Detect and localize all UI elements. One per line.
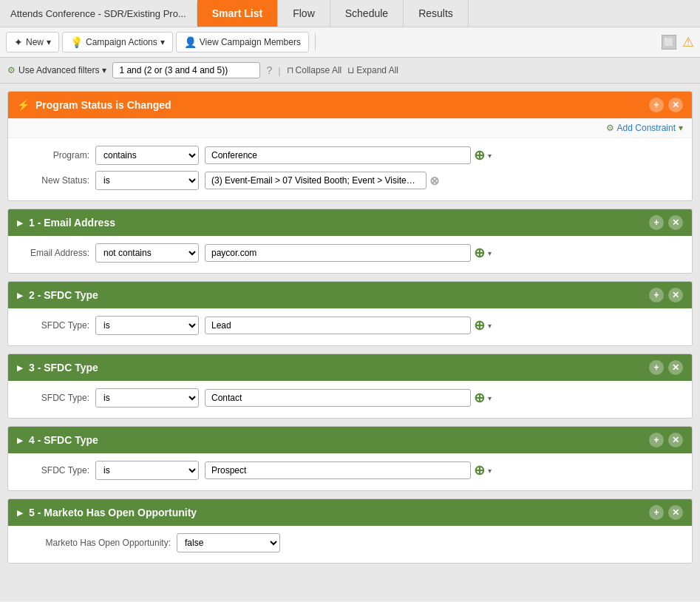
filter-separator: | bbox=[278, 65, 280, 76]
sfdc-type-3-operator-select[interactable]: is is not bbox=[95, 388, 199, 407]
filter-2-body: SFDC Type: is is not Lead ⊕ ▾ bbox=[8, 308, 692, 345]
new-status-row: New Status: is is not (3) Event-Email > … bbox=[23, 171, 677, 190]
filter-3-add-button[interactable]: + bbox=[649, 360, 664, 375]
sfdc-type-4-value-container: Prospect ⊕ ▾ bbox=[205, 461, 677, 479]
filter-4-body: SFDC Type: is is not Prospect ⊕ ▾ bbox=[8, 453, 692, 490]
new-status-remove-icon[interactable]: ⊗ bbox=[429, 174, 439, 188]
advanced-filter-dropdown-icon: ▾ bbox=[102, 65, 106, 75]
tab-flow[interactable]: Flow bbox=[278, 0, 330, 27]
filter-3-remove-button[interactable]: ✕ bbox=[668, 360, 683, 375]
sfdc-type-2-operator-select[interactable]: is is not bbox=[95, 316, 199, 335]
sfdc-type-2-value: Lead bbox=[205, 317, 471, 334]
program-row: Program: contains not contains is is not… bbox=[23, 146, 677, 165]
email-label: Email Address: bbox=[23, 248, 89, 258]
collapse-all-button[interactable]: ⊓ Collapse All bbox=[287, 65, 342, 75]
tab-results[interactable]: Results bbox=[404, 0, 469, 27]
new-status-value-container: (3) Event-Email > 07 Visited Booth; Even… bbox=[205, 172, 677, 189]
filter-4-header: ▶ 4 - SFDC Type + ✕ bbox=[8, 427, 692, 453]
filter-bar: ⚙ Use Advanced filters ▾ ? | ⊓ Collapse … bbox=[0, 58, 700, 84]
sfdc-type-2-add-icon[interactable]: ⊕ bbox=[474, 317, 485, 334]
email-add-value-icon[interactable]: ⊕ bbox=[474, 245, 485, 261]
program-status-body: Program: contains not contains is is not… bbox=[8, 138, 692, 200]
top-nav: Attends Conference - SDR/Existing Pro...… bbox=[0, 0, 700, 27]
add-constraint-button[interactable]: ⚙ Add Constraint ▾ bbox=[606, 123, 683, 133]
campaign-icon: 💡 bbox=[70, 36, 83, 48]
new-dropdown-icon: ▾ bbox=[47, 37, 51, 47]
program-status-add-button[interactable]: + bbox=[649, 98, 664, 112]
program-status-header: ⚡ Program Status is Changed + ✕ bbox=[8, 92, 692, 118]
program-status-lightning-icon: ⚡ bbox=[17, 99, 30, 111]
main-content: ⚡ Program Status is Changed + ✕ ⚙ Add Co… bbox=[0, 84, 700, 601]
filter-4-add-button[interactable]: + bbox=[649, 433, 664, 447]
sfdc-type-3-value: Contact bbox=[205, 389, 471, 407]
new-status-label: New Status: bbox=[23, 175, 89, 186]
members-icon: 👤 bbox=[184, 36, 197, 48]
sfdc-type-4-dropdown-icon[interactable]: ▾ bbox=[488, 467, 492, 475]
filter-5-body: Marketo Has Open Opportunity: true false bbox=[8, 526, 692, 563]
filter-5-header: ▶ 5 - Marketo Has Open Opportunity + ✕ bbox=[8, 499, 692, 526]
program-value-container: Conference ⊕ ▾ bbox=[205, 146, 677, 164]
sfdc-type-4-label: SFDC Type: bbox=[23, 465, 89, 476]
tab-schedule[interactable]: Schedule bbox=[330, 0, 404, 27]
warning-icon: ⚠ bbox=[682, 34, 694, 50]
filter-5-arrow-icon: ▶ bbox=[17, 509, 23, 517]
expand-all-button[interactable]: ⊔ Expand All bbox=[347, 65, 398, 75]
filter-5-remove-button[interactable]: ✕ bbox=[668, 505, 683, 520]
filter-block-4: ▶ 4 - SFDC Type + ✕ SFDC Type: is is not… bbox=[7, 426, 693, 491]
campaign-dropdown-icon: ▾ bbox=[160, 37, 165, 47]
sfdc-type-4-row: SFDC Type: is is not Prospect ⊕ ▾ bbox=[23, 461, 677, 480]
campaign-actions-button[interactable]: 💡 Campaign Actions ▾ bbox=[62, 32, 173, 53]
filter-1-arrow-icon: ▶ bbox=[17, 219, 23, 227]
filter-4-remove-button[interactable]: ✕ bbox=[668, 433, 683, 447]
window-icon[interactable]: ⬜ bbox=[662, 35, 676, 50]
email-value-dropdown-icon[interactable]: ▾ bbox=[488, 249, 492, 257]
filter-3-arrow-icon: ▶ bbox=[17, 364, 23, 372]
collapse-icon: ⊓ bbox=[287, 65, 293, 75]
add-constraint-icon: ⚙ bbox=[606, 123, 614, 133]
toolbar-separator bbox=[315, 33, 316, 51]
filter-expression-input[interactable] bbox=[112, 62, 260, 78]
sfdc-type-4-add-icon[interactable]: ⊕ bbox=[474, 462, 485, 478]
filter-1-remove-button[interactable]: ✕ bbox=[668, 215, 683, 230]
program-add-value-icon[interactable]: ⊕ bbox=[474, 147, 485, 163]
filter-2-add-button[interactable]: + bbox=[649, 288, 664, 302]
program-operator-select[interactable]: contains not contains is is not bbox=[95, 146, 199, 165]
new-button[interactable]: ✦ New ▾ bbox=[6, 32, 59, 53]
program-value: Conference bbox=[205, 146, 471, 164]
marketo-opportunity-row: Marketo Has Open Opportunity: true false bbox=[23, 533, 677, 552]
filter-2-remove-button[interactable]: ✕ bbox=[668, 288, 683, 302]
app-title: Attends Conference - SDR/Existing Pro... bbox=[0, 2, 197, 25]
advanced-filter-icon: ⚙ bbox=[7, 65, 16, 75]
marketo-opportunity-label: Marketo Has Open Opportunity: bbox=[23, 538, 171, 548]
filter-1-add-button[interactable]: + bbox=[649, 215, 664, 230]
advanced-filters-toggle[interactable]: ⚙ Use Advanced filters ▾ bbox=[7, 65, 106, 75]
tab-smart-list[interactable]: Smart List bbox=[197, 0, 278, 27]
marketo-opportunity-select[interactable]: true false bbox=[177, 533, 280, 552]
help-icon[interactable]: ? bbox=[266, 64, 272, 76]
sfdc-type-3-dropdown-icon[interactable]: ▾ bbox=[488, 394, 492, 402]
add-constraint-dropdown-icon: ▾ bbox=[679, 123, 683, 133]
filter-1-body: Email Address: contains not contains is … bbox=[8, 236, 692, 273]
sfdc-type-2-dropdown-icon[interactable]: ▾ bbox=[488, 322, 492, 330]
sfdc-type-2-value-container: Lead ⊕ ▾ bbox=[205, 317, 677, 334]
expand-icon: ⊔ bbox=[347, 65, 354, 75]
filter-2-arrow-icon: ▶ bbox=[17, 291, 23, 300]
sfdc-type-3-value-container: Contact ⊕ ▾ bbox=[205, 389, 677, 407]
new-status-value: (3) Event-Email > 07 Visited Booth; Even… bbox=[205, 172, 427, 189]
filter-block-2: ▶ 2 - SFDC Type + ✕ SFDC Type: is is not… bbox=[7, 281, 693, 346]
sfdc-type-3-add-icon[interactable]: ⊕ bbox=[474, 390, 485, 406]
program-status-remove-button[interactable]: ✕ bbox=[668, 98, 683, 112]
view-members-button[interactable]: 👤 View Campaign Members bbox=[176, 32, 309, 53]
new-status-operator-select[interactable]: is is not bbox=[95, 171, 199, 190]
filter-block-3: ▶ 3 - SFDC Type + ✕ SFDC Type: is is not… bbox=[7, 354, 693, 419]
filter-3-body: SFDC Type: is is not Contact ⊕ ▾ bbox=[8, 381, 692, 418]
new-icon: ✦ bbox=[14, 36, 23, 48]
sfdc-type-4-operator-select[interactable]: is is not bbox=[95, 461, 199, 480]
email-value: paycor.com bbox=[205, 244, 471, 262]
filter-5-add-button[interactable]: + bbox=[649, 505, 664, 520]
add-constraint-bar: ⚙ Add Constraint ▾ bbox=[8, 118, 692, 138]
program-status-block: ⚡ Program Status is Changed + ✕ ⚙ Add Co… bbox=[7, 91, 693, 201]
sfdc-type-3-row: SFDC Type: is is not Contact ⊕ ▾ bbox=[23, 388, 677, 407]
program-value-dropdown-icon[interactable]: ▾ bbox=[488, 152, 492, 160]
email-operator-select[interactable]: contains not contains is is not starts w… bbox=[95, 243, 199, 263]
